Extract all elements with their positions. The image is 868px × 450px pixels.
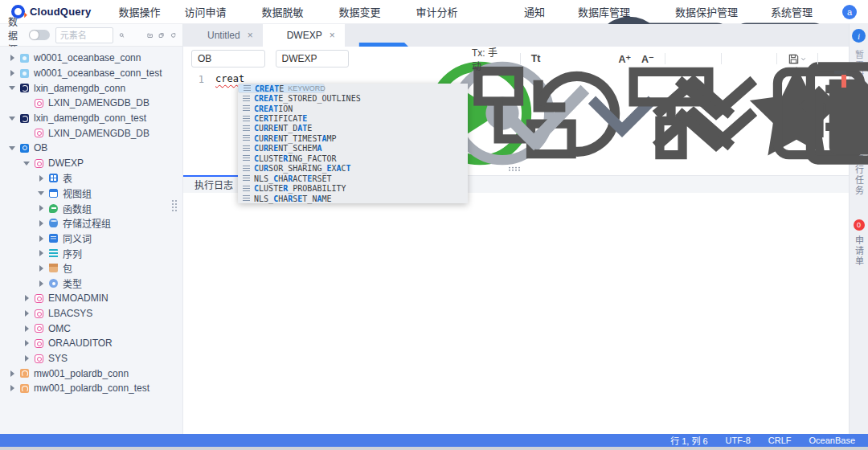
- tree-expand-arrow[interactable]: [8, 385, 16, 391]
- search-icon[interactable]: [119, 30, 125, 41]
- encoding[interactable]: UTF-8: [726, 436, 751, 445]
- tree-item[interactable]: w0001_oceanbase_conn_test: [0, 66, 182, 81]
- element-name-input[interactable]: [55, 27, 113, 43]
- log-fullscreen-icon[interactable]: [828, 180, 837, 190]
- tree-expand-arrow[interactable]: [37, 175, 45, 182]
- tree-expand-arrow[interactable]: [23, 340, 31, 346]
- autocomplete-item[interactable]: CREATEKEYWORD: [238, 84, 325, 93]
- element-name-toggle[interactable]: [29, 30, 50, 40]
- tab-close-icon[interactable]: ×: [330, 30, 335, 41]
- brand[interactable]: CloudQuery: [11, 5, 91, 18]
- beautify-button[interactable]: [551, 53, 563, 65]
- font-increase-button[interactable]: A⁺: [618, 53, 631, 65]
- fullscreen-icon[interactable]: [825, 31, 835, 41]
- nav-item-5[interactable]: 审计分析: [416, 4, 469, 19]
- tree-item[interactable]: SYS: [0, 351, 182, 366]
- rollback-button[interactable]: [449, 53, 461, 65]
- tree-expand-arrow[interactable]: [23, 325, 31, 332]
- tree-collapse-arrow[interactable]: [8, 86, 16, 90]
- autocomplete-item[interactable]: CREATE_STORED_OUTLINES: [238, 93, 468, 103]
- tree-item[interactable]: ENMOADMIN: [0, 291, 182, 306]
- tree-collapse-arrow[interactable]: [8, 117, 16, 121]
- autocomplete-item[interactable]: CURSOR_SHARING_EXACT: [238, 164, 468, 174]
- nav-right-item-4[interactable]: 系统管理: [755, 4, 825, 19]
- tree-item[interactable]: lxin_damengdb_conn: [0, 80, 182, 96]
- tree-expand-arrow[interactable]: [37, 250, 45, 256]
- tree-expand-arrow[interactable]: [37, 235, 45, 242]
- schema-select[interactable]: DWEXP: [276, 50, 350, 68]
- autocomplete-item[interactable]: CREATION: [238, 104, 468, 113]
- user-avatar[interactable]: a: [842, 5, 857, 19]
- tree-item[interactable]: DWEXP: [0, 156, 182, 171]
- tree-item[interactable]: 类型: [0, 276, 182, 291]
- syntax-check-button[interactable]: [427, 53, 439, 65]
- tree-item[interactable]: 包: [0, 261, 182, 276]
- tree-item[interactable]: 同义词: [0, 231, 182, 246]
- scrollbar-thumb[interactable]: [834, 71, 846, 74]
- font-decrease-button[interactable]: A⁻: [641, 53, 654, 65]
- tree-expand-arrow[interactable]: [8, 70, 16, 76]
- autocomplete-item[interactable]: CERTIFICATE: [238, 113, 468, 123]
- new-folder-icon[interactable]: [147, 30, 153, 41]
- tree-expand-arrow[interactable]: [8, 370, 16, 377]
- tree-item[interactable]: lxin_damengdb_conn_test: [0, 111, 182, 126]
- tree-item[interactable]: LXIN_DAMENGDB_DB: [0, 96, 182, 111]
- tree-expand-arrow[interactable]: [23, 295, 31, 301]
- sql-file-button[interactable]: [731, 53, 743, 65]
- nav-item-4[interactable]: 数据变更: [338, 4, 391, 19]
- tree-item[interactable]: 表: [0, 171, 182, 186]
- favorite-button[interactable]: [676, 53, 688, 65]
- tree-item[interactable]: 函数组: [0, 201, 182, 216]
- console-button[interactable]: [829, 53, 841, 65]
- tree-collapse-arrow[interactable]: [23, 162, 31, 166]
- autocomplete-item[interactable]: CLUSTER_PROBABILITY: [238, 183, 468, 193]
- collapse-all-icon[interactable]: [158, 30, 164, 41]
- collapse-code-button[interactable]: [573, 53, 585, 65]
- tree-item[interactable]: 视图组: [0, 186, 182, 201]
- tree-item[interactable]: 存储过程组: [0, 216, 182, 231]
- tree-collapse-arrow[interactable]: [37, 191, 45, 195]
- autocomplete-item[interactable]: CURRENT_SCHEMA: [238, 144, 468, 153]
- tree-item[interactable]: OB: [0, 141, 182, 156]
- tree-item[interactable]: LXIN_DAMENGDB_DB: [0, 125, 182, 141]
- tab-execution-log[interactable]: 执行日志: [194, 178, 233, 191]
- tree-item[interactable]: mw001_polardb_conn_test: [0, 381, 182, 396]
- open-file-button[interactable]: [754, 53, 766, 65]
- tree-expand-arrow[interactable]: [23, 310, 31, 317]
- tree-expand-arrow[interactable]: [37, 220, 45, 227]
- tree-item[interactable]: w0001_oceanbase_conn: [0, 51, 182, 66]
- autocomplete-item[interactable]: NLS_CHARACTERSET: [238, 174, 468, 183]
- tab-dwexp[interactable]: DWEXP×: [263, 24, 345, 47]
- tree-item[interactable]: LBACSYS: [0, 306, 182, 321]
- nav-item-2[interactable]: 访问申请: [184, 4, 237, 19]
- autocomplete-item[interactable]: CLUSTERING_FACTOR: [238, 153, 468, 163]
- tree-expand-arrow[interactable]: [37, 265, 45, 272]
- connection-select[interactable]: OB: [191, 50, 265, 68]
- autocomplete-item[interactable]: CURRENT_DATE: [238, 124, 468, 133]
- tree-expand-arrow[interactable]: [37, 280, 45, 287]
- tx-mode-select[interactable]: Tx: 手动: [472, 45, 510, 72]
- nav-right-item-2[interactable]: 数据库管理: [563, 4, 642, 19]
- tree-collapse-arrow[interactable]: [8, 146, 16, 150]
- nav-item-3[interactable]: 数据脱敏: [261, 4, 314, 19]
- tree-item[interactable]: mw001_polardb_conn: [0, 366, 182, 381]
- tree-expand-arrow[interactable]: [23, 355, 31, 362]
- tree-item[interactable]: ORAAUDITOR: [0, 336, 182, 351]
- run-button[interactable]: [359, 53, 371, 65]
- nav-item-1[interactable]: 数据操作: [118, 4, 160, 19]
- autocomplete-item[interactable]: NLS_CHARSET_NAME: [238, 194, 468, 203]
- tab-close-icon[interactable]: ×: [248, 30, 253, 41]
- sql-dialect[interactable]: OceanBase: [809, 436, 855, 445]
- save-button[interactable]: [788, 53, 807, 65]
- nav-right-item-3[interactable]: 数据保护管理: [660, 4, 738, 19]
- tree-item[interactable]: 序列: [0, 246, 182, 261]
- tree-item[interactable]: OMC: [0, 321, 182, 336]
- save-snippet-button[interactable]: [698, 53, 710, 65]
- tree-expand-arrow[interactable]: [8, 55, 16, 61]
- stop-button[interactable]: [382, 53, 394, 65]
- eol-mode[interactable]: CRLF: [768, 436, 792, 445]
- format-sql-button[interactable]: Tt: [531, 53, 541, 64]
- tree-expand-arrow[interactable]: [37, 205, 45, 211]
- help-info-button[interactable]: i: [852, 29, 866, 43]
- autocomplete-item[interactable]: CURRENT_TIMESTAMP: [238, 133, 468, 143]
